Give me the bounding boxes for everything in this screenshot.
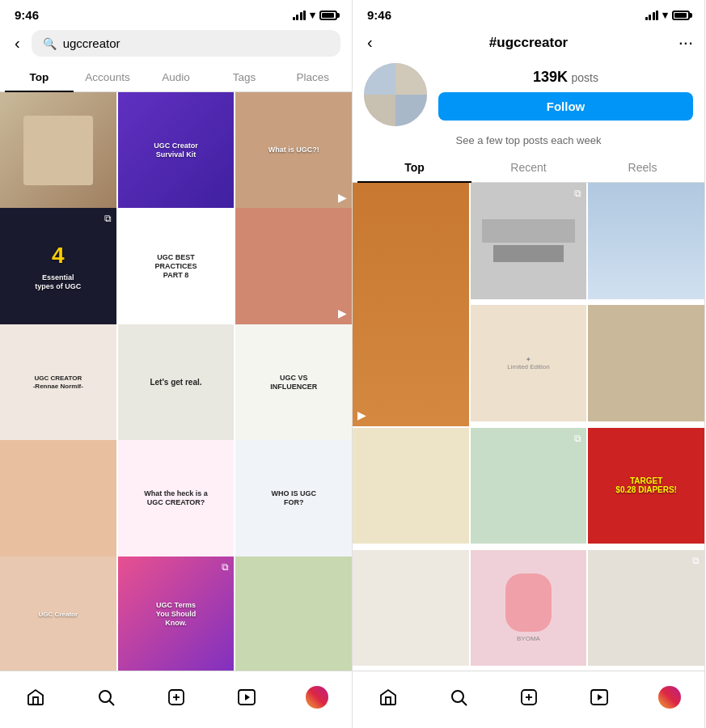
hashtag-header: ‹ #ugccreator ···	[353, 27, 704, 55]
grid-cell-9[interactable]: UGC VSINFLUENCER	[235, 324, 352, 441]
nav-home-right[interactable]	[370, 679, 406, 715]
status-bar-left: 9:46 ▾	[0, 0, 352, 27]
wifi-icon-left: ▾	[310, 9, 315, 21]
hashtag-cell-7[interactable]: ⧉	[471, 428, 587, 544]
profile-section: 139K posts Follow	[353, 55, 704, 131]
hashtag-grid: ▶ ⧉ ✦Limited Edition	[353, 183, 704, 671]
grid-cell-12[interactable]: WHO IS UGCFOR?	[235, 440, 352, 557]
hashtag-cell-9[interactable]	[353, 550, 469, 667]
grid-cell-7[interactable]: UGC CREATOR-Rennae Normif-	[0, 324, 116, 441]
wifi-icon-right: ▾	[662, 9, 668, 21]
status-bar-right: 9:46 ▾	[353, 0, 704, 27]
grid-cell-10[interactable]	[0, 440, 116, 557]
nav-search-right[interactable]	[441, 679, 476, 715]
hashtag-cell-2[interactable]: ⧉	[471, 183, 587, 299]
nav-home-left[interactable]	[18, 679, 53, 715]
grid-cell-6[interactable]: ▶	[235, 208, 352, 324]
grid-cell-8[interactable]: Let's get real.	[118, 324, 235, 441]
search-input-text: ugccreator	[63, 36, 120, 50]
nav-profile-right[interactable]	[652, 679, 687, 715]
battery-icon-left	[319, 11, 337, 20]
grid-cell-15[interactable]	[235, 557, 352, 671]
hashtag-cell-6[interactable]	[353, 428, 469, 544]
signal-icon-right	[645, 11, 659, 20]
profile-avatar-left	[306, 686, 328, 709]
grid-cell-13[interactable]: UGC Creator	[0, 557, 116, 671]
battery-icon-right	[672, 11, 690, 20]
hashtag-tab-top[interactable]: Top	[357, 153, 471, 182]
left-panel: 9:46 ▾ ‹ 🔍 ugccreator Top Accounts Audio…	[0, 0, 353, 728]
nav-reels-left[interactable]	[229, 679, 264, 715]
posts-count-row: 139K posts	[438, 69, 693, 86]
posts-label: posts	[572, 71, 598, 84]
nav-profile-left[interactable]	[299, 679, 335, 715]
grid-cell-3[interactable]: What is UGC?! ▶	[235, 92, 352, 209]
hashtag-cell-8[interactable]: TARGET$0.28 DIAPERS!	[588, 428, 704, 544]
svg-point-6	[452, 691, 463, 702]
status-time-left: 9:46	[15, 8, 39, 22]
more-button[interactable]: ···	[679, 32, 693, 53]
status-icons-left: ▾	[293, 9, 338, 21]
bottom-nav-left	[0, 671, 352, 728]
nav-reels-right[interactable]	[581, 679, 617, 715]
tab-top[interactable]: Top	[5, 63, 74, 91]
status-icons-right: ▾	[645, 9, 691, 21]
status-time-right: 9:46	[367, 8, 391, 22]
hashtag-tab-recent[interactable]: Recent	[471, 153, 586, 182]
search-bar-icon: 🔍	[43, 37, 57, 50]
search-header: ‹ 🔍 ugccreator	[0, 27, 352, 63]
grid-cell-5[interactable]: UGC BESTPRACTICESPART 8	[118, 208, 235, 324]
hashtag-cell-10[interactable]: BYOMA	[471, 550, 587, 667]
back-button-left[interactable]: ‹	[11, 31, 23, 56]
search-grid: UGC CreatorSurvival Kit What is UGC?! ▶ …	[0, 92, 352, 671]
follow-button[interactable]: Follow	[438, 92, 693, 121]
grid-cell-14[interactable]: UGC TermsYou ShouldKnow. ⧉	[118, 557, 235, 671]
hashtag-title: #ugccreator	[489, 35, 568, 51]
hashtag-info: 139K posts Follow	[438, 69, 693, 121]
nav-add-left[interactable]	[159, 679, 194, 715]
hashtag-cell-4[interactable]: ✦Limited Edition	[471, 305, 587, 421]
hashtag-avatar	[364, 63, 427, 126]
hashtag-cell-11[interactable]: ⧉	[588, 550, 704, 667]
posts-count: 139K	[533, 69, 568, 85]
profile-avatar-right	[658, 686, 681, 709]
hashtag-cell-1[interactable]: ▶	[353, 183, 469, 426]
bottom-nav-right	[353, 671, 704, 728]
back-button-right[interactable]: ‹	[364, 30, 376, 55]
tab-audio[interactable]: Audio	[142, 63, 210, 91]
svg-line-1	[109, 701, 114, 706]
search-tabs: Top Accounts Audio Tags Places	[0, 63, 352, 92]
search-bar[interactable]: 🔍 ugccreator	[32, 30, 340, 57]
right-panel: 9:46 ▾ ‹ #ugccreator ··· 1	[353, 0, 705, 728]
grid-cell-11[interactable]: What the heck is aUGC CREATOR?	[118, 440, 235, 557]
grid-cell-1[interactable]	[0, 92, 116, 209]
tab-accounts[interactable]: Accounts	[74, 63, 142, 91]
tab-places[interactable]: Places	[278, 63, 347, 91]
nav-add-right[interactable]	[511, 679, 547, 715]
svg-point-0	[99, 691, 111, 702]
nav-search-left[interactable]	[88, 679, 124, 715]
grid-cell-4[interactable]: 4 Essentialtypes of UGC ⧉	[0, 208, 116, 324]
svg-line-7	[462, 701, 467, 706]
tab-tags[interactable]: Tags	[210, 63, 279, 91]
hashtag-tab-reels[interactable]: Reels	[586, 153, 700, 182]
see-top-text: See a few top posts each week	[353, 131, 704, 153]
hashtag-cell-5[interactable]	[588, 305, 704, 421]
signal-icon-left	[293, 11, 306, 20]
hashtag-tabs: Top Recent Reels	[353, 153, 704, 183]
hashtag-cell-3[interactable]	[588, 183, 704, 299]
grid-cell-2[interactable]: UGC CreatorSurvival Kit	[118, 92, 235, 209]
